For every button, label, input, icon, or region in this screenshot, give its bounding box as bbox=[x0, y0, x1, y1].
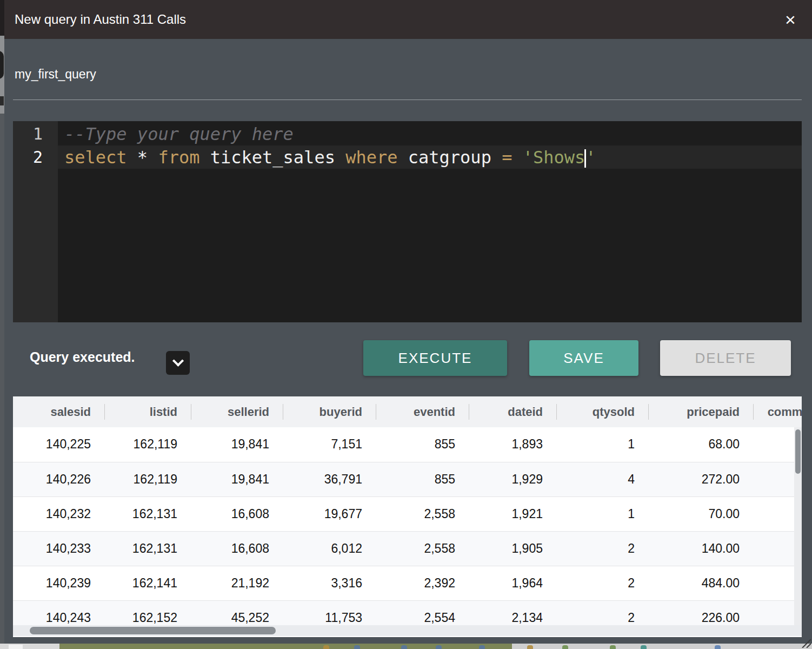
table-cell: 484.00 bbox=[649, 566, 754, 600]
table-cell: 21,192 bbox=[191, 566, 283, 600]
background-fragment bbox=[9, 645, 23, 649]
delete-button[interactable]: DELETE bbox=[660, 340, 791, 376]
column-header-pricepaid: pricepaid bbox=[649, 396, 754, 427]
resize-grip-icon[interactable] bbox=[800, 638, 811, 648]
query-results-grid: salesidlistidselleridbuyerideventiddatei… bbox=[13, 396, 802, 635]
modal-titlebar: New query in Austin 311 Calls × bbox=[4, 0, 812, 39]
table-cell: 1 bbox=[557, 427, 649, 462]
table-cell: 1 bbox=[557, 496, 649, 531]
table-cell: 162,119 bbox=[105, 462, 191, 496]
table-cell: 2,558 bbox=[376, 496, 469, 531]
vertical-scrollbar[interactable] bbox=[794, 427, 802, 625]
background-app-icon bbox=[641, 645, 647, 649]
horizontal-scrollbar-thumb[interactable] bbox=[30, 627, 276, 634]
execute-button[interactable]: EXECUTE bbox=[363, 340, 507, 376]
table-cell: 19,677 bbox=[283, 496, 376, 531]
table-cell: 1,964 bbox=[469, 566, 557, 600]
table-cell: 3,316 bbox=[283, 566, 376, 600]
table-cell: 2,558 bbox=[376, 531, 469, 566]
table-cell: 140,225 bbox=[13, 427, 105, 462]
chevron-down-icon bbox=[172, 355, 183, 366]
table-cell: 2 bbox=[557, 566, 649, 600]
horizontal-scrollbar[interactable] bbox=[13, 625, 802, 636]
table-row: 140,239162,14121,1923,3162,3921,9642484.… bbox=[13, 566, 802, 600]
background-fragment bbox=[0, 0, 4, 36]
background-page-left-sliver bbox=[0, 0, 4, 649]
table-row: 140,226162,11919,84136,7918551,9294272.0… bbox=[13, 462, 802, 496]
table-row: 140,232162,13116,60819,6772,5581,921170.… bbox=[13, 496, 802, 531]
column-header-eventid: eventid bbox=[376, 396, 469, 427]
code-line: 1--Type your query here bbox=[13, 122, 802, 145]
table-cell: 1,893 bbox=[469, 427, 557, 462]
table-cell: 855 bbox=[376, 427, 469, 462]
table-cell: 2,392 bbox=[376, 566, 469, 600]
save-button[interactable]: SAVE bbox=[529, 340, 638, 376]
code-token: --Type your query here bbox=[64, 124, 294, 144]
table-cell: 36,791 bbox=[283, 462, 376, 496]
table-cell: 162,119 bbox=[105, 427, 191, 462]
table-cell: 1,921 bbox=[469, 496, 557, 531]
table-cell: 140,233 bbox=[13, 531, 105, 566]
code-token: 'Shows bbox=[523, 147, 585, 168]
code-token: from bbox=[158, 147, 199, 168]
code-token: catgroup bbox=[398, 147, 502, 168]
table-cell: 272.00 bbox=[649, 462, 754, 496]
column-header-salesid: salesid bbox=[13, 396, 105, 427]
code-token: where bbox=[345, 147, 397, 168]
code-line: 2select * from ticket_sales where catgro… bbox=[13, 145, 802, 169]
table-cell: 162,141 bbox=[105, 566, 191, 600]
status-text: Query executed. bbox=[30, 349, 135, 365]
modal-title: New query in Austin 311 Calls bbox=[15, 0, 186, 39]
background-app-icon bbox=[527, 645, 533, 649]
background-app-icon bbox=[715, 645, 721, 649]
code-token: ' bbox=[585, 147, 596, 168]
table-cell: 2 bbox=[557, 531, 649, 566]
background-app-icon bbox=[323, 645, 329, 649]
code-token: = bbox=[502, 147, 512, 168]
background-fragment bbox=[0, 51, 4, 79]
column-header-sellerid: sellerid bbox=[191, 396, 283, 427]
query-name-input[interactable]: my_first_query bbox=[15, 67, 96, 82]
status-dropdown-button[interactable] bbox=[166, 351, 190, 375]
table-cell: 1,929 bbox=[469, 462, 557, 496]
table-cell: 19,841 bbox=[191, 462, 283, 496]
background-fragment bbox=[0, 114, 4, 649]
table-cell: 162,131 bbox=[105, 496, 191, 531]
background-app-icon bbox=[436, 645, 442, 649]
background-app-icon bbox=[610, 645, 616, 649]
sql-editor[interactable]: 1--Type your query here2select * from ti… bbox=[13, 121, 802, 322]
line-number: 2 bbox=[13, 148, 58, 167]
table-header-row: salesidlistidselleridbuyerideventiddatei… bbox=[13, 396, 802, 427]
background-app-icon bbox=[354, 645, 360, 649]
close-button[interactable]: × bbox=[778, 8, 802, 31]
table-row: 140,225162,11919,8417,1518551,893168.00 bbox=[13, 427, 802, 462]
table-cell: 70.00 bbox=[649, 496, 754, 531]
table-cell: 140,232 bbox=[13, 496, 105, 531]
background-accent-bar bbox=[59, 644, 512, 649]
code-text: select * from ticket_sales where catgrou… bbox=[58, 147, 596, 168]
table-cell: 16,608 bbox=[191, 496, 283, 531]
column-header-buyerid: buyerid bbox=[283, 396, 376, 427]
vertical-scrollbar-thumb[interactable] bbox=[795, 429, 801, 474]
code-token: select bbox=[64, 147, 127, 168]
background-fragment bbox=[0, 96, 4, 105]
background-app-icon bbox=[562, 645, 568, 649]
table-cell: 140,239 bbox=[13, 566, 105, 600]
results-table: salesidlistidselleridbuyerideventiddatei… bbox=[13, 396, 802, 637]
query-name-underline bbox=[13, 100, 802, 100]
table-cell: 6,012 bbox=[283, 531, 376, 566]
table-cell: 855 bbox=[376, 462, 469, 496]
table-cell: 1,905 bbox=[469, 531, 557, 566]
table-cell: 7,151 bbox=[283, 427, 376, 462]
background-page-bottom-sliver bbox=[0, 644, 812, 649]
table-row: 140,233162,13116,6086,0122,5581,9052140.… bbox=[13, 531, 802, 566]
code-token bbox=[512, 147, 522, 168]
background-app-icon bbox=[479, 645, 485, 649]
table-cell: 19,841 bbox=[191, 427, 283, 462]
table-cell: 4 bbox=[557, 462, 649, 496]
table-cell: 140,226 bbox=[13, 462, 105, 496]
table-cell: 140.00 bbox=[649, 531, 754, 566]
column-header-qtysold: qtysold bbox=[557, 396, 649, 427]
background-app-icon bbox=[401, 645, 407, 649]
code-text: --Type your query here bbox=[58, 124, 294, 144]
